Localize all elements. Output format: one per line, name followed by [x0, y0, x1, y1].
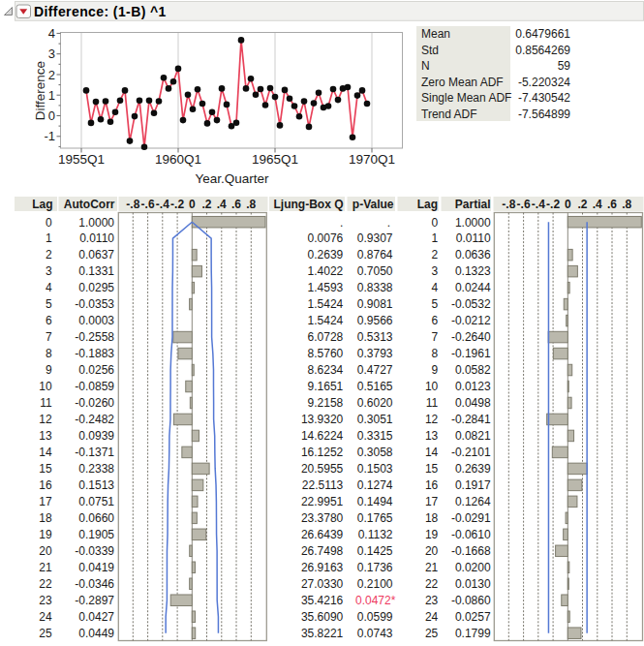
svg-text:12: 12: [39, 413, 52, 426]
svg-text:-0.0291: -0.0291: [451, 511, 491, 525]
svg-text:-.8: -.8: [126, 198, 139, 211]
svg-text:15: 15: [39, 462, 52, 476]
svg-text:0.9081: 0.9081: [357, 297, 393, 311]
svg-text:1.4593: 1.4593: [308, 281, 344, 294]
svg-text:0.0582: 0.0582: [455, 363, 491, 377]
svg-text:0.1264: 0.1264: [455, 495, 491, 508]
svg-text:1: 1: [48, 88, 55, 103]
svg-text:1.5424: 1.5424: [308, 297, 344, 311]
svg-text:Std: Std: [421, 44, 439, 57]
svg-text:0.0295: 0.0295: [78, 281, 114, 294]
svg-text:0.3058: 0.3058: [357, 446, 393, 459]
svg-text:25: 25: [39, 627, 52, 640]
svg-text:1.4022: 1.4022: [308, 264, 344, 278]
svg-text:-.2: -.2: [170, 198, 184, 211]
svg-text:-0.0339: -0.0339: [75, 544, 114, 558]
svg-text:0.5165: 0.5165: [357, 380, 393, 393]
svg-text:10: 10: [425, 380, 439, 393]
svg-text:-.8: -.8: [502, 198, 515, 211]
svg-text:0.6020: 0.6020: [357, 396, 393, 410]
svg-text:6.0728: 6.0728: [308, 330, 344, 344]
svg-text:-0.0859: -0.0859: [75, 380, 114, 393]
svg-text:3: 3: [48, 46, 55, 61]
svg-text:0.1905: 0.1905: [78, 528, 114, 541]
svg-text:0.0751: 0.0751: [78, 495, 114, 508]
svg-text:0.8338: 0.8338: [357, 281, 393, 294]
svg-text:1970Q1: 1970Q1: [349, 152, 395, 167]
svg-text:35.4216: 35.4216: [301, 594, 344, 607]
svg-text:18: 18: [39, 511, 52, 525]
svg-text:.8: .8: [622, 198, 631, 211]
svg-text:-0.1371: -0.1371: [75, 446, 114, 459]
svg-text:1.0000: 1.0000: [78, 216, 114, 230]
svg-text:8: 8: [432, 347, 439, 360]
svg-text:0.3315: 0.3315: [357, 429, 393, 443]
svg-text:3: 3: [46, 264, 52, 278]
svg-text:23: 23: [39, 594, 52, 607]
svg-text:-0.2482: -0.2482: [75, 413, 114, 426]
svg-text:0.0660: 0.0660: [78, 511, 114, 525]
svg-text:-0.0532: -0.0532: [451, 297, 491, 311]
svg-text:0.1736: 0.1736: [357, 561, 393, 574]
svg-text:0: 0: [48, 108, 55, 123]
svg-text:-7.564899: -7.564899: [518, 108, 570, 121]
svg-text:0.0110: 0.0110: [79, 231, 114, 245]
svg-text:-0.0353: -0.0353: [75, 297, 114, 311]
svg-text:2: 2: [432, 248, 439, 261]
svg-text:26.9163: 26.9163: [301, 561, 344, 574]
svg-text:0.0821: 0.0821: [455, 429, 491, 443]
svg-text:7: 7: [46, 330, 52, 344]
svg-text:16.1252: 16.1252: [301, 446, 344, 459]
svg-text:0.1331: 0.1331: [78, 264, 114, 278]
svg-text:6: 6: [432, 314, 439, 327]
svg-text:14: 14: [39, 446, 52, 459]
svg-text:-0.2640: -0.2640: [451, 330, 491, 344]
svg-text:0.0003: 0.0003: [78, 314, 114, 327]
svg-text:.4: .4: [593, 198, 602, 211]
svg-text:0.0123: 0.0123: [455, 380, 491, 393]
svg-text:6: 6: [46, 314, 52, 327]
svg-text:9: 9: [432, 363, 439, 377]
svg-text:16: 16: [425, 478, 439, 492]
svg-text:23: 23: [425, 594, 439, 607]
svg-text:-0.0260: -0.0260: [75, 396, 114, 410]
svg-text:1960Q1: 1960Q1: [155, 152, 201, 167]
svg-text:0.6479661: 0.6479661: [515, 27, 570, 41]
svg-text:1955Q1: 1955Q1: [58, 152, 105, 167]
svg-text:Year.Quarter: Year.Quarter: [195, 171, 269, 186]
svg-text:0.1323: 0.1323: [455, 264, 491, 278]
svg-text:8: 8: [46, 347, 52, 360]
svg-text:20: 20: [425, 544, 439, 558]
svg-text:0.0498: 0.0498: [455, 396, 491, 410]
svg-text:.2: .2: [202, 198, 212, 211]
svg-text:-0.1883: -0.1883: [75, 347, 114, 360]
svg-text:0.0636: 0.0636: [455, 248, 491, 261]
svg-text:.2: .2: [578, 198, 588, 211]
svg-text:Lag: Lag: [417, 198, 438, 211]
svg-text:0.7050: 0.7050: [357, 264, 393, 278]
svg-text:Difference: (1-B) ^1: Difference: (1-B) ^1: [34, 4, 167, 19]
svg-text:21: 21: [39, 561, 52, 574]
svg-text:-0.1961: -0.1961: [451, 347, 491, 360]
svg-text:25: 25: [425, 627, 439, 640]
svg-text:Difference: Difference: [33, 61, 47, 120]
svg-text:19: 19: [425, 528, 439, 541]
svg-text:1.0000: 1.0000: [455, 216, 491, 230]
svg-text:16: 16: [39, 478, 52, 492]
svg-text:Ljung-Box Q: Ljung-Box Q: [274, 198, 344, 211]
svg-text:Single Mean ADF: Single Mean ADF: [421, 91, 511, 105]
svg-text:0.2100: 0.2100: [357, 577, 393, 591]
svg-text:Lag: Lag: [32, 198, 52, 211]
svg-text:0.0076: 0.0076: [308, 231, 344, 245]
svg-text:35.6090: 35.6090: [301, 610, 344, 624]
svg-text:0.8764: 0.8764: [357, 248, 393, 261]
svg-text:0.2639: 0.2639: [455, 462, 491, 476]
svg-text:3: 3: [432, 264, 439, 278]
svg-text:-7.430542: -7.430542: [518, 91, 570, 105]
svg-text:0.1917: 0.1917: [455, 478, 491, 492]
svg-text:-.4: -.4: [532, 198, 545, 211]
svg-text:-.2: -.2: [546, 198, 560, 211]
svg-text:0.0244: 0.0244: [455, 281, 491, 294]
svg-text:-0.0346: -0.0346: [75, 577, 114, 591]
svg-text:Trend ADF: Trend ADF: [421, 108, 477, 121]
